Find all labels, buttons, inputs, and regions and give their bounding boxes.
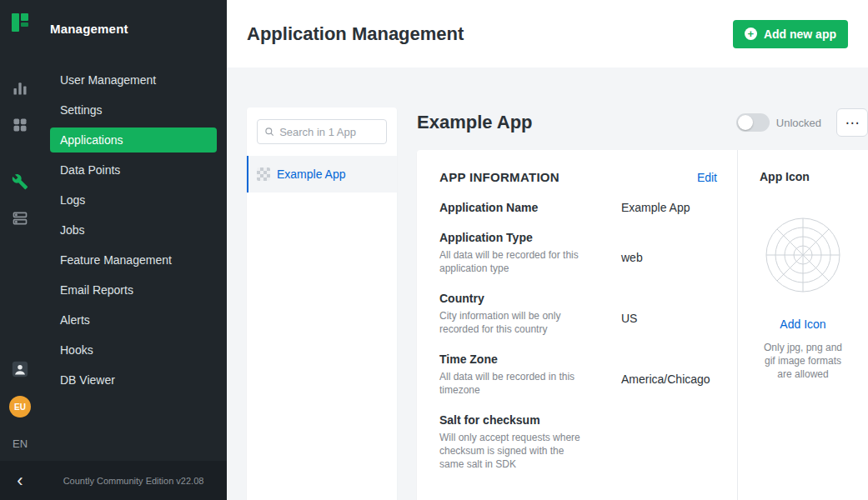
field-description: All data will be recorded in this timezo… [439,370,590,397]
field-value: America/Chicago [621,352,710,397]
lock-toggle-knob [738,115,753,130]
more-options-button[interactable]: ⋯ [836,108,868,137]
field-description: City information will be only recorded f… [439,309,590,336]
app-icon-placeholder [765,217,841,297]
field-country: Country City information will be only re… [439,292,717,336]
field-label: Country [439,292,621,305]
sidebar-item-email-reports[interactable]: Email Reports [50,278,217,302]
field-salt-for-checksum: Salt for checksum Will only accept reque… [439,413,717,471]
app-list-item[interactable]: Example App [247,156,397,192]
countly-logo[interactable] [9,12,31,37]
field-time-zone: Time Zone All data will be recorded in t… [439,352,717,397]
sidebar-item-user-management[interactable]: User Management [50,68,217,92]
sidebar-item-db-viewer[interactable]: DB Viewer [50,368,217,392]
app-list-panel: Example App [247,108,397,500]
app-search-wrap [247,108,397,156]
content-area: Example App Example App Unlocked ⋯ APP I… [227,68,868,500]
app-information-card: APP INFORMATION Edit Application Name Ex… [417,150,868,500]
field-value: Example App [621,201,690,214]
plus-icon: + [745,28,757,40]
add-icon-link[interactable]: Add Icon [780,318,825,331]
app-detail: Example App Unlocked ⋯ APP INFORMATION E… [417,108,868,500]
field-application-name: Application Name Example App [439,201,717,214]
globe-placeholder-icon [765,217,841,293]
management-wrench-icon[interactable] [0,163,40,200]
lock-state-label: Unlocked [776,117,821,129]
add-new-app-button[interactable]: + Add new app [733,20,848,48]
field-label: Time Zone [439,352,621,366]
sidebar-item-data-points[interactable]: Data Points [50,158,217,182]
sidebar-item-jobs[interactable]: Jobs [50,218,217,242]
icon-formats-note: Only jpg, png and gif image formats are … [757,341,849,381]
sidebar-item-settings[interactable]: Settings [50,98,217,122]
apps-grid-icon[interactable] [0,107,40,143]
sidebar-item-hooks[interactable]: Hooks [50,338,217,362]
sidebar-item-feature-management[interactable]: Feature Management [50,248,217,272]
field-description: Will only accept requests where checksum… [439,431,590,471]
field-value: US [621,292,637,336]
app-placeholder-icon [257,168,270,181]
sidebar-footer: ‹ Countly Community Edition v22.08 [0,461,227,500]
app-detail-header: Example App Unlocked ⋯ [417,108,868,138]
analytics-icon[interactable] [0,70,40,107]
field-label: Salt for checksum [439,413,621,427]
app-detail-title: Example App [417,112,736,133]
app-information-title: APP INFORMATION [439,170,559,184]
app-search-input[interactable] [279,126,379,138]
page-header: Application Management + Add new app [227,0,868,68]
add-new-app-label: Add new app [764,28,836,41]
main-area: Application Management + Add new app [227,0,868,500]
edit-link[interactable]: Edit [697,171,717,184]
assistant-icon[interactable] [0,351,40,388]
app-information-header: APP INFORMATION Edit [439,170,717,184]
management-sidebar: Management User Management Settings Appl… [40,0,227,500]
field-label: Application Type [439,231,621,244]
field-application-type: Application Type All data will be record… [439,231,717,275]
field-value: web [621,231,643,275]
app-icon-panel: App Icon [737,150,868,500]
field-description: All data will be recorded for this appli… [439,248,590,275]
edition-version-label: Countly Community Edition v22.08 [40,476,227,486]
sidebar-nav: User Management Settings Applications Da… [40,68,227,392]
data-manager-icon[interactable] [0,200,40,237]
app-search-box [257,119,387,144]
page-title: Application Management [247,23,464,45]
sidebar-item-alerts[interactable]: Alerts [50,308,217,332]
sidebar-item-applications[interactable]: Applications [50,128,217,152]
search-icon [264,126,274,138]
app-root: EU EN Management User Management Setting… [0,0,868,500]
field-label: Application Name [439,201,621,214]
sidebar-title: Management [40,22,227,36]
app-list-item-label: Example App [277,168,346,181]
collapse-sidebar-icon[interactable]: ‹ [0,472,40,490]
language-selector[interactable]: EN [13,438,28,450]
sidebar-item-logs[interactable]: Logs [50,188,217,212]
lock-toggle[interactable] [736,113,770,132]
app-icon-title: App Icon [751,170,810,183]
app-information-column: APP INFORMATION Edit Application Name Ex… [417,150,737,500]
user-avatar[interactable]: EU [9,396,31,418]
icon-rail: EU EN [0,0,40,500]
